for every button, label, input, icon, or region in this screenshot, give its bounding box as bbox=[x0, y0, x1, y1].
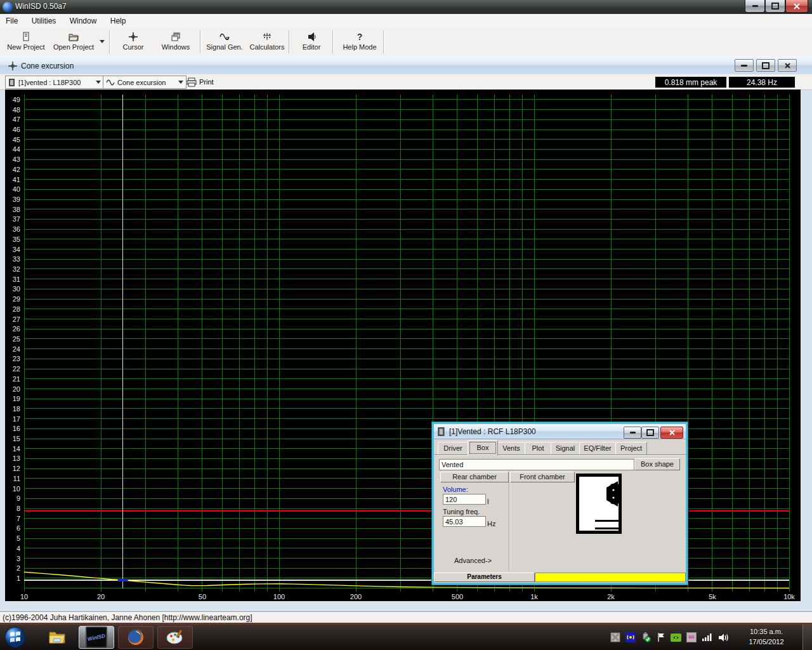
taskbar-winisd-button[interactable]: WinISD bbox=[79, 626, 114, 649]
svg-text:50: 50 bbox=[199, 593, 206, 600]
graph-type-selector[interactable]: Cone excursion bbox=[103, 76, 187, 89]
new-project-label: New Project bbox=[7, 43, 44, 51]
plot-minimize-button[interactable] bbox=[735, 59, 754, 72]
firefox-icon bbox=[126, 628, 145, 647]
action-center-flag-icon[interactable] bbox=[657, 632, 665, 642]
nvidia-tray-icon[interactable] bbox=[671, 633, 681, 642]
new-project-button[interactable]: New Project bbox=[5, 30, 47, 54]
svg-text:39: 39 bbox=[13, 196, 20, 203]
menu-file[interactable]: File bbox=[0, 14, 23, 28]
main-toolbar: New Project Open Project Cursor Windows … bbox=[0, 29, 812, 56]
plot-close-button[interactable] bbox=[778, 59, 797, 72]
restore-button[interactable] bbox=[765, 0, 785, 13]
minimize-icon bbox=[630, 432, 636, 434]
svg-text:16: 16 bbox=[13, 425, 20, 432]
project-close-button[interactable] bbox=[660, 427, 683, 439]
help-mode-button[interactable]: ? Help Mode bbox=[337, 30, 382, 54]
editor-button[interactable]: Editor bbox=[293, 30, 330, 54]
volume-input[interactable]: 120 bbox=[443, 494, 486, 505]
taskbar-clock[interactable]: 10:35 a.m. 17/05/2012 bbox=[735, 627, 798, 647]
advanced-button[interactable]: Advanced-> bbox=[454, 557, 492, 564]
svg-text:31: 31 bbox=[13, 275, 20, 283]
svg-text:27: 27 bbox=[13, 315, 20, 323]
project-minimize-button[interactable] bbox=[624, 427, 641, 439]
svg-text:43: 43 bbox=[13, 156, 20, 163]
usb-safely-remove-icon[interactable] bbox=[641, 632, 652, 642]
cursor-button[interactable]: Cursor bbox=[114, 30, 152, 54]
taskbar-paint-button[interactable] bbox=[157, 626, 193, 649]
winisd-taskbar-icon: WinISD bbox=[87, 633, 105, 642]
project-restore-button[interactable] bbox=[641, 427, 659, 439]
cursor-icon bbox=[128, 32, 138, 42]
svg-text:30: 30 bbox=[13, 285, 20, 293]
volume-unit: l bbox=[487, 498, 488, 505]
svg-text:17: 17 bbox=[13, 415, 20, 423]
menu-bar: File Utilities Window Help bbox=[0, 14, 812, 29]
svg-text:2k: 2k bbox=[607, 593, 615, 600]
restore-icon bbox=[646, 429, 654, 436]
tuning-input[interactable]: 45.03 bbox=[443, 516, 486, 527]
signal-gen-button[interactable]: Signal Gen. bbox=[204, 30, 245, 54]
rear-chamber-tab[interactable]: Rear chamber bbox=[440, 472, 509, 482]
svg-text:37: 37 bbox=[13, 215, 20, 223]
tab-signal[interactable]: Signal bbox=[551, 442, 580, 455]
windows-button[interactable]: Windows bbox=[156, 30, 195, 54]
svg-text:32: 32 bbox=[13, 265, 20, 273]
tab-eq-filter[interactable]: EQ/Filter bbox=[579, 442, 616, 455]
project-selector[interactable]: [1]vented : L18P300 bbox=[5, 76, 104, 89]
minimize-button[interactable] bbox=[745, 0, 765, 13]
parameters-header[interactable]: Parameters bbox=[434, 573, 535, 582]
wireless-tray-icon[interactable] bbox=[625, 632, 636, 642]
menu-utilities[interactable]: Utilities bbox=[26, 14, 62, 28]
front-chamber-tab[interactable]: Front chamber bbox=[510, 472, 575, 482]
open-project-button[interactable]: Open Project bbox=[49, 30, 98, 54]
network-signal-icon[interactable] bbox=[702, 633, 713, 642]
minimize-icon bbox=[741, 65, 747, 67]
tray-app-icon[interactable] bbox=[610, 632, 620, 642]
svg-text:47: 47 bbox=[13, 116, 20, 123]
print-button[interactable]: Print bbox=[187, 76, 214, 88]
open-project-dropdown[interactable] bbox=[100, 40, 105, 43]
tab-project[interactable]: Project bbox=[615, 442, 647, 455]
menu-help[interactable]: Help bbox=[105, 14, 132, 28]
tab-vents[interactable]: Vents bbox=[497, 442, 525, 455]
plot-restore-button[interactable] bbox=[756, 59, 775, 72]
calculators-label: Calculators bbox=[249, 43, 284, 51]
calculators-button[interactable]: Calculators bbox=[247, 30, 287, 54]
svg-text:21: 21 bbox=[13, 375, 20, 383]
taskbar-firefox-button[interactable] bbox=[118, 626, 154, 649]
windows-label: Windows bbox=[162, 43, 190, 51]
box-shape-button[interactable]: Box shape bbox=[634, 458, 680, 470]
tab-driver[interactable]: Driver bbox=[438, 442, 468, 455]
chevron-down-icon bbox=[178, 81, 183, 84]
tab-plot[interactable]: Plot bbox=[525, 442, 551, 455]
menu-window[interactable]: Window bbox=[64, 14, 103, 28]
volume-icon[interactable] bbox=[718, 633, 730, 642]
explorer-folder-icon bbox=[48, 630, 66, 645]
start-button[interactable] bbox=[4, 626, 27, 649]
tray-badge-icon[interactable]: 60 bbox=[686, 632, 697, 642]
svg-text:34: 34 bbox=[13, 246, 20, 253]
sine-wave-icon bbox=[106, 79, 115, 86]
status-bar: (c)1996-2004 Juha Hartikainen, Janne Aho… bbox=[0, 611, 812, 623]
tab-box[interactable]: Box bbox=[468, 440, 498, 456]
svg-text:11: 11 bbox=[13, 475, 20, 482]
show-desktop-button[interactable] bbox=[802, 625, 812, 650]
toolbar-separator bbox=[200, 30, 200, 53]
restore-icon bbox=[771, 3, 779, 10]
project-window-titlebar[interactable]: [1]Vented : RCF L18P300 bbox=[434, 424, 686, 439]
project-icon bbox=[437, 427, 446, 437]
svg-text:8: 8 bbox=[16, 505, 20, 512]
plot-window-title: Cone excursion bbox=[21, 62, 74, 70]
box-type-select[interactable]: Vented bbox=[439, 459, 634, 470]
mdi-frame bbox=[801, 56, 812, 611]
close-button[interactable] bbox=[785, 0, 808, 13]
question-mark-icon: ? bbox=[355, 32, 365, 42]
svg-text:24: 24 bbox=[13, 345, 20, 353]
svg-text:28: 28 bbox=[13, 305, 20, 313]
svg-text:35: 35 bbox=[13, 235, 20, 243]
taskbar-explorer-button[interactable] bbox=[39, 626, 75, 649]
svg-text:48: 48 bbox=[13, 106, 20, 114]
svg-text:9: 9 bbox=[16, 494, 20, 502]
svg-text:10k: 10k bbox=[783, 593, 795, 600]
